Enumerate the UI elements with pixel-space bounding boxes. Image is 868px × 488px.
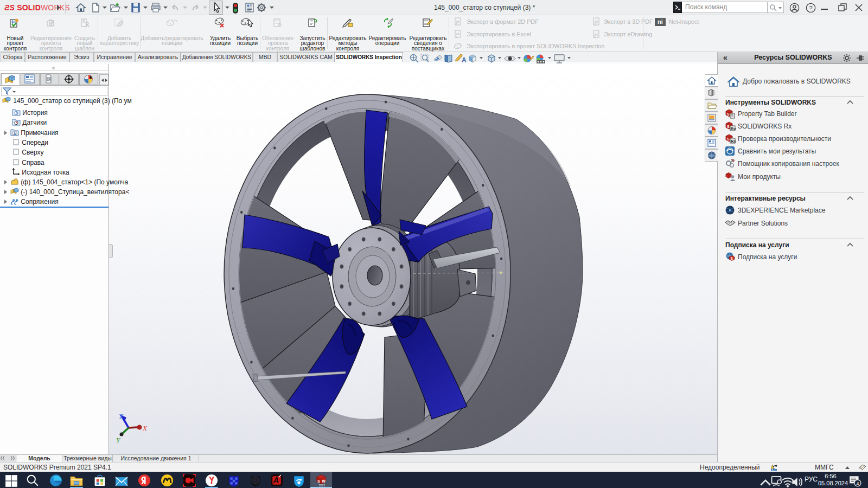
svg-text:S: S (727, 125, 730, 129)
svg-text:2021: 2021 (319, 484, 326, 486)
svg-text:Y: Y (116, 436, 121, 444)
svg-text:X: X (142, 424, 148, 432)
svg-text:W: W (322, 479, 326, 483)
svg-text:4: 4 (856, 481, 859, 486)
svg-text:Rx: Rx (731, 126, 736, 131)
svg-text:S: S (727, 112, 730, 116)
svg-text:S: S (727, 137, 730, 141)
svg-text:S: S (317, 479, 320, 483)
svg-text:?: ? (809, 5, 812, 11)
svg-text:A: A (462, 56, 467, 64)
svg-text:Z: Z (119, 412, 124, 420)
svg-text:Rx: Rx (731, 139, 736, 144)
svg-text:A: A (13, 132, 16, 136)
svg-text:S: S (731, 256, 733, 260)
